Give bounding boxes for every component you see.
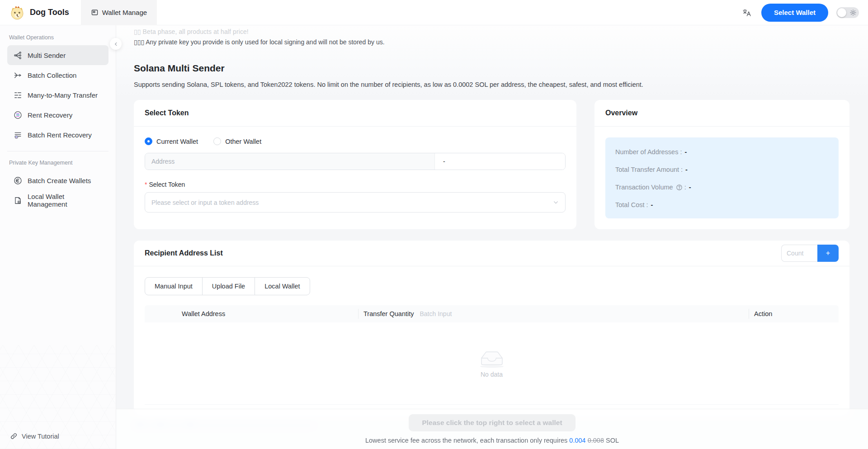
batch-input-field[interactable]: Batch Input (420, 310, 452, 317)
radio-checked-icon (145, 137, 152, 145)
overview-row-transaction-volume: Transaction Volume : - (615, 184, 829, 191)
table-empty-state: No data (145, 322, 839, 405)
input-mode-tabs: Manual Input Upload File Local Wallet (145, 277, 310, 295)
link-icon (10, 432, 18, 440)
radio-other-wallet-label: Other Wallet (225, 138, 261, 145)
sidebar-item-label: Multi Sender (28, 52, 66, 59)
overview-row-addresses: Number of Addresses : - (615, 148, 829, 156)
column-wallet-address: Wallet Address (176, 305, 358, 322)
page-description: Supports sending Solana, SPL tokens, and… (134, 81, 849, 88)
recipient-table: Wallet Address Transfer Quantity Batch I… (145, 305, 839, 405)
select-token-card-title: Select Token (134, 100, 576, 127)
table-header: Wallet Address Transfer Quantity Batch I… (145, 305, 839, 322)
recipient-card-title: Recipient Address List (145, 249, 781, 257)
fee-prefix: Lowest service fee across the network, e… (365, 437, 569, 444)
question-circle-icon[interactable] (676, 184, 683, 191)
notice-marquee-line-faded: ▯▯ Beta phase, all products at half pric… (134, 28, 849, 35)
top-nav: Wallet Manage (81, 0, 157, 25)
batch-rent-recovery-icon (14, 131, 22, 139)
sidebar-item-label: Batch Create Wallets (28, 177, 91, 184)
section-private-key-management: Private Key Management (9, 160, 107, 166)
sidebar-item-multi-sender[interactable]: Multi Sender (7, 45, 108, 65)
brand: Dog Tools (9, 5, 69, 21)
wallet-manage-label: Wallet Manage (102, 9, 147, 16)
tab-upload-file[interactable]: Upload File (202, 277, 255, 295)
tab-wallet-manage[interactable]: Wallet Manage (81, 0, 157, 25)
sidebar-item-label: Batch Collection (28, 71, 76, 79)
view-tutorial-label: View Tutorial (22, 433, 59, 440)
tab-manual-input[interactable]: Manual Input (145, 277, 203, 295)
select-token-field-label: * Select Token (145, 181, 566, 188)
empty-inbox-icon (477, 349, 506, 368)
sidebar-item-batch-rent-recovery[interactable]: Batch Rent Recovery (7, 125, 108, 145)
page-title: Solana Multi Sender (134, 63, 849, 74)
coin-icon (14, 176, 22, 185)
sidebar-collapse-button[interactable] (110, 38, 122, 50)
tab-local-wallet[interactable]: Local Wallet (255, 277, 310, 295)
overview-value: - (651, 201, 653, 208)
submit-button-disabled[interactable]: Please click the top right to select a w… (409, 414, 575, 431)
toggle-knob (837, 8, 846, 17)
sidebar-item-batch-create-wallets[interactable]: Batch Create Wallets (7, 170, 108, 190)
wallet-source-radio-group: Current Wallet Other Wallet (145, 137, 566, 145)
header-right: Select Wallet (741, 4, 859, 22)
radio-other-wallet[interactable]: Other Wallet (213, 137, 261, 145)
overview-card-body: Number of Addresses : - Total Transfer A… (594, 127, 849, 229)
app-header: Dog Tools Wallet Manage Select Wallet (0, 0, 868, 25)
overview-value: - (685, 166, 688, 173)
overview-card-title: Overview (594, 100, 849, 127)
sidebar: Wallet Operations Multi Sender Batch Col… (0, 25, 116, 449)
sidebar-item-many-to-many[interactable]: Many-to-Many Transfer (7, 85, 108, 105)
radio-current-wallet[interactable]: Current Wallet (145, 137, 198, 145)
theme-toggle[interactable] (836, 7, 859, 18)
sidebar-item-rent-recovery[interactable]: Rent Recovery (7, 105, 108, 125)
sidebar-item-batch-collection[interactable]: Batch Collection (7, 65, 108, 85)
radio-unchecked-icon (213, 137, 221, 145)
fee-current: 0.004 (569, 437, 585, 444)
column-transfer-quantity: Transfer Quantity Batch Input (358, 305, 749, 322)
select-token-label-text: Select Token (149, 181, 185, 188)
count-group: + (781, 245, 839, 262)
select-token-card-body: Current Wallet Other Wallet Address - * … (134, 127, 576, 223)
fee-note: Lowest service fee across the network, e… (365, 437, 619, 444)
sun-icon (849, 9, 857, 16)
address-input-group: Address - (145, 153, 566, 170)
sidebar-item-label: Local Wallet Management (28, 193, 102, 208)
token-select-placeholder: Please select or input a token address (151, 199, 553, 206)
fee-suffix: SOL (604, 437, 619, 444)
column-action: Action (749, 305, 839, 322)
overview-row-total-cost: Total Cost : - (615, 201, 829, 208)
select-token-card: Select Token Current Wallet Other Wallet… (134, 100, 576, 229)
sidebar-item-label: Batch Rent Recovery (28, 131, 92, 139)
sidebar-item-label: Rent Recovery (28, 111, 72, 119)
overview-row-transfer-amount: Total Transfer Amount : - (615, 166, 829, 173)
address-addon-label: Address (145, 153, 435, 170)
many-to-many-icon (14, 91, 22, 99)
colon: : (679, 166, 683, 173)
select-wallet-button[interactable]: Select Wallet (761, 4, 828, 22)
sidebar-divider (7, 151, 108, 151)
action-footer: Please click the top right to select a w… (116, 409, 868, 449)
sidebar-item-label: Many-to-Many Transfer (28, 91, 98, 99)
overview-panel: Number of Addresses : - Total Transfer A… (605, 137, 839, 218)
multi-sender-icon (14, 51, 22, 60)
view-tutorial-link[interactable]: View Tutorial (7, 432, 108, 440)
overview-label: Transaction Volume (615, 184, 683, 191)
add-rows-button[interactable]: + (817, 245, 839, 262)
token-select[interactable]: Please select or input a token address (145, 192, 566, 213)
app-title: Dog Tools (30, 8, 69, 17)
fee-original: 0.008 (588, 437, 604, 444)
sidebar-item-local-wallet-management[interactable]: Local Wallet Management (7, 190, 108, 210)
count-input[interactable] (781, 245, 817, 262)
colon: : (644, 201, 648, 208)
chevron-down-icon (553, 199, 559, 205)
empty-text: No data (481, 371, 503, 378)
recipient-card-body: Manual Input Upload File Local Wallet Wa… (134, 266, 849, 416)
colon: : (683, 184, 686, 191)
recipient-card-header: Recipient Address List + (134, 241, 849, 266)
translate-icon[interactable] (741, 6, 753, 19)
overview-label-text: Transaction Volume (615, 184, 673, 191)
wallet-manage-icon (91, 9, 99, 16)
dog-logo-icon (9, 5, 25, 21)
section-wallet-operations: Wallet Operations (9, 34, 107, 41)
